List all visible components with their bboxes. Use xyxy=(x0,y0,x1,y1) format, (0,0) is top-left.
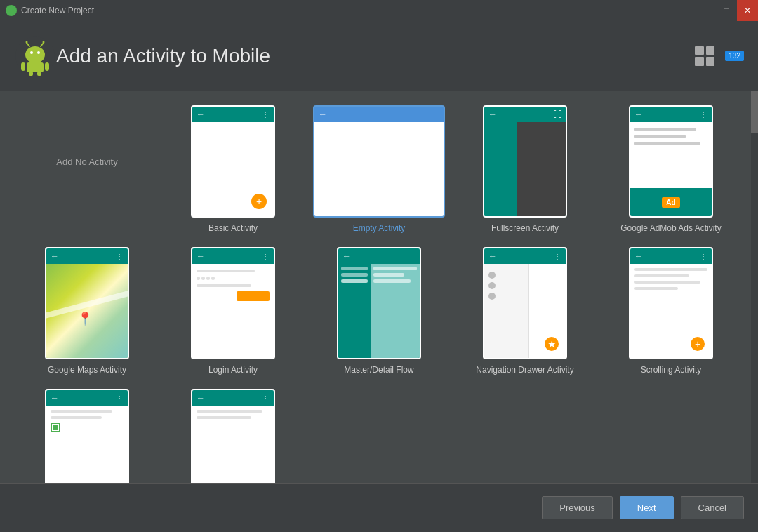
maps-activity-label: Google Maps Activity xyxy=(48,365,126,375)
scrolling-topbar: ← ⋮ xyxy=(630,248,712,264)
settings-body xyxy=(46,406,128,483)
scrolling-fab-icon: + xyxy=(691,337,705,351)
scrolling-activity-thumbnail: ← ⋮ + xyxy=(629,247,713,359)
activity-item-login[interactable]: ← ⋮ Login Activity xyxy=(167,247,299,375)
grid-icon xyxy=(691,42,719,70)
settings-checkbox xyxy=(51,423,60,432)
settings-line-1 xyxy=(51,410,112,413)
fullscreen-topbar: ← ⛶ xyxy=(484,107,566,122)
ad-label: Ad xyxy=(662,197,679,208)
settings-line-2 xyxy=(51,416,102,419)
login-field-2 xyxy=(197,284,251,287)
svg-rect-11 xyxy=(29,72,33,76)
maps-activity-thumbnail: ← ⋮ 📍 xyxy=(45,247,129,359)
login-button xyxy=(237,291,270,301)
minimize-button[interactable]: ─ xyxy=(695,0,716,21)
title-bar-text: Create New Project xyxy=(21,6,94,15)
basic-topbar: ← ⋮ xyxy=(192,107,274,122)
activity-grid: Add No Activity ← ⋮ + Basic Activity ← xyxy=(21,105,737,483)
basic-body: + xyxy=(192,122,274,216)
activity-item-basic[interactable]: ← ⋮ + Basic Activity xyxy=(167,105,299,233)
scroll-line-4 xyxy=(634,287,678,290)
empty-topbar: ← xyxy=(314,107,444,122)
admob-activity-label: Google AdMob Ads Activity xyxy=(620,223,721,233)
map-pin-icon: 📍 xyxy=(77,311,93,326)
empty-activity-thumbnail: ← xyxy=(313,105,445,218)
svg-point-5 xyxy=(26,41,28,43)
previous-button[interactable]: Previous xyxy=(542,496,613,519)
scrollbar-thumb[interactable] xyxy=(751,91,758,133)
activity-item-empty[interactable]: ← Empty Activity xyxy=(313,105,445,233)
back-arrow-icon: ← xyxy=(488,109,497,119)
activity-item-tabbed[interactable]: ← ⋮ xyxy=(167,389,299,483)
admob-topbar: ← ⋮ xyxy=(630,107,712,122)
tabbed-line-2 xyxy=(197,416,251,419)
dialog-footer: Previous Next Cancel xyxy=(0,483,758,532)
masterdetail-topbar: ← xyxy=(338,248,420,264)
drawer-panel xyxy=(484,264,529,358)
login-dots-row xyxy=(197,277,270,280)
activity-item-navdrawer[interactable]: ← ⋮ ★ Navigation Drawer Activity xyxy=(459,247,591,375)
masterdetail-activity-thumbnail: ← xyxy=(337,247,421,359)
scrolling-body: + xyxy=(630,264,712,358)
drawer-circle-1 xyxy=(488,272,496,279)
badge: 132 xyxy=(725,51,744,61)
navdrawer-body: ★ xyxy=(484,264,566,358)
login-field-1 xyxy=(197,270,255,272)
activity-item-admob[interactable]: ← ⋮ Ad Google AdMob Ads Activity xyxy=(605,105,737,233)
login-topbar: ← ⋮ xyxy=(192,248,274,264)
back-arrow-icon: ← xyxy=(319,109,327,119)
next-button[interactable]: Next xyxy=(620,496,674,519)
cancel-button[interactable]: Cancel xyxy=(681,496,744,519)
drawer-circle-2 xyxy=(488,282,496,289)
masterdetail-activity-label: Master/Detail Flow xyxy=(344,365,413,375)
master-line-1 xyxy=(341,267,368,270)
master-panel xyxy=(338,264,371,358)
menu-dots-icon: ⋮ xyxy=(262,111,270,119)
masterdetail-layout xyxy=(338,264,420,358)
back-arrow-icon: ← xyxy=(197,251,205,261)
page-title: Add an Activity to Mobile xyxy=(56,45,270,67)
svg-rect-10 xyxy=(45,62,49,71)
basic-activity-thumbnail: ← ⋮ + xyxy=(191,105,275,218)
scrollbar-track[interactable] xyxy=(751,91,758,483)
activity-item-fullscreen[interactable]: ← ⛶ Fullscreen Activity xyxy=(459,105,591,233)
dot-4 xyxy=(211,277,215,280)
menu-dots-icon: ⋮ xyxy=(700,111,707,119)
menu-dots-icon: ⋮ xyxy=(700,253,707,260)
activity-item-maps[interactable]: ← ⋮ 📍 Google Maps Activity xyxy=(21,247,153,375)
svg-rect-12 xyxy=(37,72,41,76)
menu-dots-icon: ⋮ xyxy=(116,253,124,260)
android-logo-icon xyxy=(14,35,56,77)
login-body xyxy=(192,264,274,358)
svg-point-3 xyxy=(37,51,40,54)
no-activity-thumbnail: Add No Activity xyxy=(45,105,129,218)
dark-overlay xyxy=(521,122,566,216)
dot-3 xyxy=(206,277,210,280)
back-arrow-icon: ← xyxy=(197,393,205,403)
activity-item-no-activity[interactable]: Add No Activity xyxy=(21,105,153,233)
back-arrow-icon: ← xyxy=(634,251,643,261)
basic-activity-label: Basic Activity xyxy=(208,223,258,233)
settings-activity-thumbnail: ← ⋮ xyxy=(45,389,129,483)
drawer-items xyxy=(484,267,528,304)
maps-topbar: ← ⋮ xyxy=(46,248,128,264)
scrolling-activity-label: Scrolling Activity xyxy=(641,365,702,375)
maximize-button[interactable]: □ xyxy=(716,0,737,21)
activity-item-settings[interactable]: ← ⋮ xyxy=(21,389,153,483)
activity-item-scrolling[interactable]: ← ⋮ + Scrolling Activity xyxy=(605,247,737,375)
menu-dots-icon: ⋮ xyxy=(116,394,124,402)
dialog-header: Add an Activity to Mobile 132 xyxy=(0,21,758,91)
back-arrow-icon: ← xyxy=(634,109,643,119)
activity-item-masterdetail[interactable]: ← xyxy=(313,247,445,375)
close-button[interactable]: ✕ xyxy=(737,0,758,21)
detail-line-3 xyxy=(373,279,410,283)
masterdetail-body xyxy=(338,264,420,358)
fab-icon: + xyxy=(251,194,267,209)
ad-banner: Ad xyxy=(630,188,712,216)
map-background: 📍 xyxy=(46,264,128,358)
login-button-row xyxy=(197,291,270,301)
divider-line xyxy=(517,122,524,216)
admob-activity-thumbnail: ← ⋮ Ad xyxy=(629,105,713,218)
navdrawer-activity-thumbnail: ← ⋮ ★ xyxy=(483,247,567,359)
